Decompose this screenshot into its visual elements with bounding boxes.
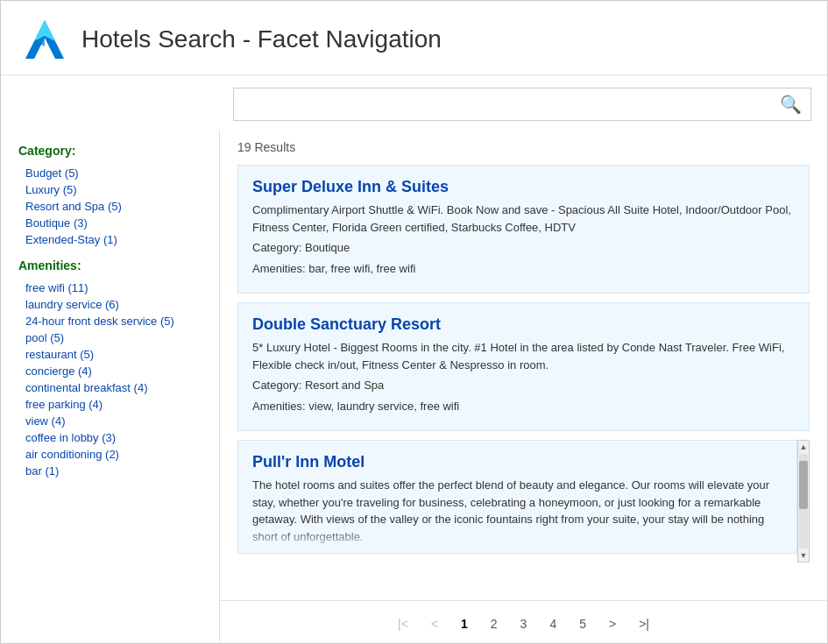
result-amenities-1: Amenities: bar, free wifi, free wifi [252, 260, 795, 278]
pagination-page-3[interactable]: 3 [512, 613, 536, 634]
header: Hotels Search - Facet Navigation [1, 1, 827, 75]
category-label: Category: [18, 144, 202, 158]
sidebar-item-laundry[interactable]: laundry service (6) [18, 296, 202, 313]
sidebar-item-pool[interactable]: pool (5) [18, 329, 202, 346]
result-desc-1: Complimentary Airport Shuttle & WiFi. Bo… [252, 202, 795, 236]
scrollbar-track [799, 454, 808, 548]
result-card-3: Pull'r Inn Motel The hotel rooms and sui… [237, 440, 797, 554]
pagination-first[interactable]: |< [389, 613, 417, 634]
search-input[interactable]: wifi [234, 90, 771, 119]
main-layout: Category: Budget (5) Luxury (5) Resort a… [1, 130, 827, 643]
result-card-3-container: Pull'r Inn Motel The hotel rooms and sui… [237, 440, 810, 563]
sidebar-item-budget[interactable]: Budget (5) [18, 165, 202, 181]
amenities-label: Amenities: [18, 258, 202, 272]
result-card-1: Super Deluxe Inn & Suites Complimentary … [237, 165, 810, 294]
sidebar-item-view[interactable]: view (4) [18, 413, 202, 429]
result-title-2[interactable]: Double Sanctuary Resort [252, 315, 795, 334]
search-button[interactable]: 🔍 [771, 88, 810, 120]
pagination-page-2[interactable]: 2 [482, 613, 506, 634]
sidebar-item-free-wifi[interactable]: free wifi (11) [18, 280, 202, 296]
search-area: wifi 🔍 [1, 75, 827, 130]
scrollbar-thumb[interactable] [799, 461, 808, 509]
sidebar-item-luxury[interactable]: Luxury (5) [18, 181, 202, 198]
result-amenities-2: Amenities: view, laundry service, free w… [252, 398, 795, 415]
sidebar: Category: Budget (5) Luxury (5) Resort a… [1, 130, 220, 643]
sidebar-item-restaurant[interactable]: restaurant (5) [18, 346, 202, 363]
result-category-2: Category: Resort and Spa [252, 377, 795, 394]
sidebar-item-extended[interactable]: Extended-Stay (1) [18, 231, 202, 248]
sidebar-item-front-desk[interactable]: 24-hour front desk service (5) [18, 313, 202, 329]
result-title-1[interactable]: Super Deluxe Inn & Suites [252, 178, 795, 196]
results-count: 19 Results [237, 140, 810, 154]
result-desc-3: The hotel rooms and suites offer the per… [252, 477, 782, 545]
pagination-page-5[interactable]: 5 [570, 613, 595, 634]
pagination: |< < 1 2 3 4 5 > >| [220, 600, 827, 643]
sidebar-item-bar[interactable]: bar (1) [18, 463, 202, 479]
search-bar: wifi 🔍 [233, 88, 811, 121]
result-title-3[interactable]: Pull'r Inn Motel [252, 453, 782, 471]
sidebar-item-air-conditioning[interactable]: air conditioning (2) [18, 446, 202, 463]
scrollbar-up-btn[interactable]: ▲ [800, 441, 808, 453]
logo-icon [22, 17, 67, 62]
pagination-next[interactable]: > [600, 613, 625, 634]
result-desc-2: 5* Luxury Hotel - Biggest Rooms in the c… [252, 339, 795, 373]
sidebar-item-concierge[interactable]: concierge (4) [18, 363, 202, 379]
pagination-page-1[interactable]: 1 [452, 613, 477, 634]
sidebar-item-boutique[interactable]: Boutique (3) [18, 215, 202, 231]
pagination-prev[interactable]: < [422, 613, 447, 634]
sidebar-item-free-parking[interactable]: free parking (4) [18, 396, 202, 413]
pagination-page-4[interactable]: 4 [541, 613, 565, 634]
result-card-2: Double Sanctuary Resort 5* Luxury Hotel … [237, 302, 810, 431]
sidebar-item-resort[interactable]: Resort and Spa (5) [18, 198, 202, 215]
pagination-last[interactable]: >| [630, 613, 658, 634]
page-title: Hotels Search - Facet Navigation [81, 25, 442, 53]
results-area: 19 Results Super Deluxe Inn & Suites Com… [220, 130, 827, 597]
scrollbar-down-btn[interactable]: ▼ [800, 549, 808, 562]
result-scrollbar: ▲ ▼ [797, 440, 810, 563]
sidebar-item-coffee[interactable]: coffee in lobby (3) [18, 429, 202, 446]
sidebar-item-continental[interactable]: continental breakfast (4) [18, 379, 202, 396]
result-category-1: Category: Boutique [252, 239, 795, 257]
